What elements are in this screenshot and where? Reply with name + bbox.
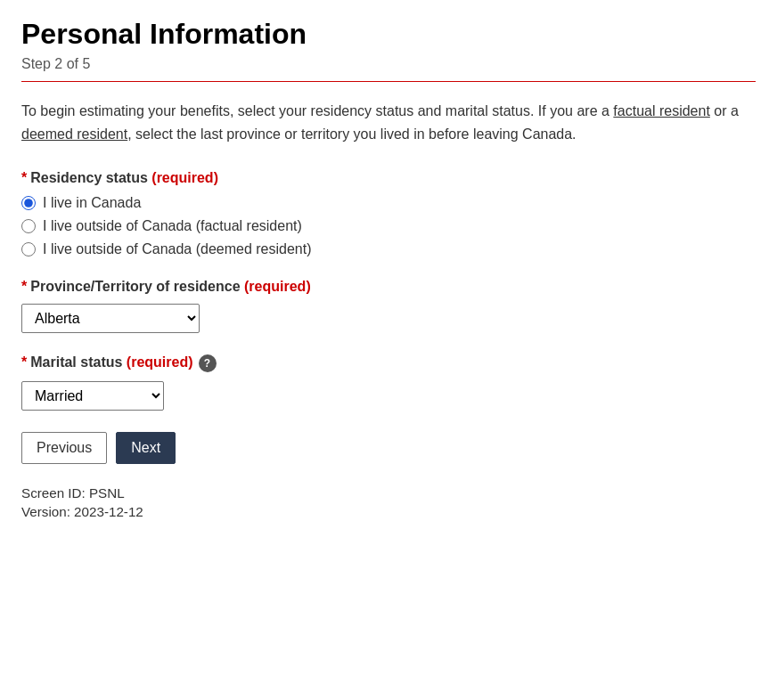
residency-required: (required) [151, 170, 218, 185]
radio-canada[interactable] [21, 196, 36, 210]
previous-button[interactable]: Previous [21, 432, 107, 464]
step-label: Step 2 of 5 [21, 56, 756, 72]
version-label: Version: 2023-12-12 [21, 504, 756, 519]
province-label: *Province/Territory of residence (requir… [21, 279, 756, 295]
radio-item-deemed[interactable]: I live outside of Canada (deemed residen… [21, 241, 756, 257]
screen-id: Screen ID: PSNL [21, 485, 756, 501]
residency-label: *Residency status (required) [21, 170, 756, 186]
residency-radio-group: I live in Canada I live outside of Canad… [21, 195, 756, 257]
residency-field-group: *Residency status (required) I live in C… [21, 170, 756, 257]
radio-item-canada[interactable]: I live in Canada [21, 195, 756, 211]
radio-deemed[interactable] [21, 242, 36, 256]
radio-factual-label: I live outside of Canada (factual reside… [43, 218, 302, 234]
marital-label: *Marital status (required)? [21, 354, 756, 372]
marital-help-icon[interactable]: ? [199, 354, 217, 372]
radio-deemed-label: I live outside of Canada (deemed residen… [43, 241, 312, 257]
radio-item-factual[interactable]: I live outside of Canada (factual reside… [21, 218, 756, 234]
page-title: Personal Information [21, 18, 756, 51]
deemed-resident-link[interactable]: deemed resident [21, 126, 127, 142]
marital-select[interactable]: MarriedCommon-lawWidowedDivorcedSeparate… [21, 381, 164, 411]
next-button[interactable]: Next [116, 432, 176, 464]
residency-asterisk: * [21, 170, 27, 185]
button-row: Previous Next [21, 432, 756, 464]
radio-factual[interactable] [21, 219, 36, 233]
factual-resident-link[interactable]: factual resident [613, 103, 710, 118]
marital-field-group: *Marital status (required)? MarriedCommo… [21, 354, 756, 411]
province-asterisk: * [21, 279, 27, 294]
marital-required: (required) [127, 354, 193, 370]
radio-canada-label: I live in Canada [43, 195, 141, 211]
marital-asterisk: * [21, 354, 27, 370]
intro-paragraph: To begin estimating your benefits, selec… [21, 100, 756, 145]
province-required: (required) [244, 279, 311, 294]
province-field-group: *Province/Territory of residence (requir… [21, 279, 756, 333]
divider [21, 81, 756, 82]
province-select[interactable]: AlbertaBritish ColumbiaManitobaNew Bruns… [21, 304, 200, 333]
